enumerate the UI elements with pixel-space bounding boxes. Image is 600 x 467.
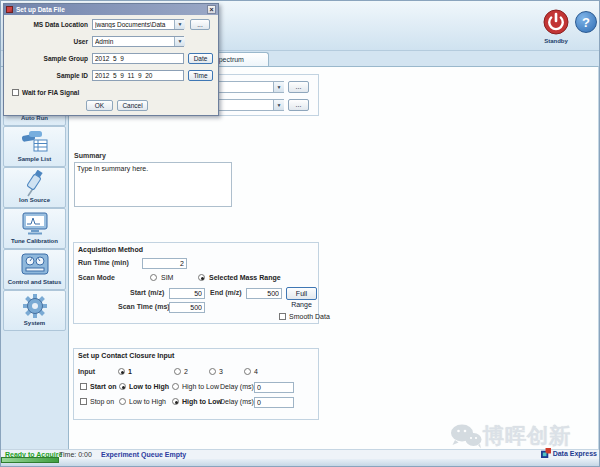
sidebar-item-ion-source[interactable]: Ion Source <box>3 167 66 208</box>
brand-data-express: Data Express <box>541 448 597 459</box>
start-mz-field[interactable] <box>169 288 205 299</box>
chevron-down-icon[interactable]: ▼ <box>273 82 284 92</box>
ion-source-icon <box>4 168 65 197</box>
question-mark-icon: ? <box>582 15 590 30</box>
summary-label: Summary <box>74 152 106 159</box>
stop-low-to-high-radio[interactable] <box>119 398 126 405</box>
acquisition-method-title: Acquisition Method <box>78 246 143 253</box>
dialog-title-bar[interactable]: Set up Data File × <box>4 4 218 15</box>
start-delay-field[interactable] <box>254 382 294 393</box>
start-low-to-high-label: Low to High <box>129 383 169 390</box>
acquisition-method-groupbox: Acquisition Method Run Time (min) Scan M… <box>73 242 319 324</box>
scan-time-field[interactable] <box>169 302 205 313</box>
start-low-to-high-radio[interactable] <box>119 383 126 390</box>
browse-data-location-button[interactable]: ... <box>190 19 210 30</box>
sidebar-item-label: Auto Run <box>4 115 65 122</box>
selected-mass-range-label: Selected Mass Range <box>209 274 281 281</box>
stop-on-label: Stop on <box>90 398 114 405</box>
chevron-down-icon[interactable]: ▼ <box>174 20 185 29</box>
sidebar-item-label: Ion Source <box>4 197 65 204</box>
sidebar-item-label: Control and Status <box>4 279 65 286</box>
end-mz-label: End (m/z) <box>210 289 242 296</box>
time-value: 0:00 <box>78 451 92 458</box>
summary-textarea[interactable]: Type in summary here. <box>74 162 232 207</box>
start-delay-label: Delay (ms) <box>220 383 254 390</box>
scan-time-label: Scan Time (ms) <box>118 303 170 310</box>
browse-button-1[interactable]: ... <box>288 81 309 93</box>
set-up-data-file-dialog: Set up Data File × MS Data Location ▼ ..… <box>3 3 219 116</box>
dialog-app-icon <box>6 6 13 13</box>
chevron-down-icon[interactable]: ▼ <box>174 37 185 46</box>
stop-high-to-low-radio[interactable] <box>172 398 179 405</box>
sidebar-item-sample-list[interactable]: Sample List <box>3 126 66 167</box>
start-on-checkbox[interactable] <box>80 383 87 390</box>
tune-calibration-icon <box>4 209 65 238</box>
ms-data-location-label: MS Data Location <box>4 21 88 28</box>
sidebar-nav: Auto Run Sample List Ion Source <box>1 66 69 449</box>
run-time-field[interactable] <box>142 258 187 269</box>
input-3-radio[interactable] <box>209 368 216 375</box>
sample-group-label: Sample Group <box>4 55 88 62</box>
data-express-logo-icon <box>541 448 551 458</box>
wait-for-fia-label: Wait for FIA Signal <box>22 89 79 96</box>
sidebar-item-label: Sample List <box>4 156 65 163</box>
start-high-to-low-label: High to Low <box>182 383 219 390</box>
start-on-label: Start on <box>90 383 116 390</box>
standby-button[interactable]: Standby <box>539 9 573 47</box>
sidebar-item-label: Tune Calibration <box>4 238 65 245</box>
input-label: Input <box>78 368 95 375</box>
end-mz-field[interactable] <box>246 288 282 299</box>
bottom-strip <box>1 459 600 467</box>
time-label: Time: <box>59 451 76 458</box>
system-gear-icon <box>4 291 65 320</box>
sidebar-item-system[interactable]: System <box>3 290 66 331</box>
smooth-data-label: Smooth Data <box>289 313 330 320</box>
start-high-to-low-radio[interactable] <box>172 383 179 390</box>
input-1-radio[interactable] <box>118 368 125 375</box>
control-and-status-icon <box>4 250 65 279</box>
contact-closure-groupbox: Set up Contact Closure Input Input 1 2 3… <box>73 348 319 420</box>
sample-id-field[interactable] <box>92 70 184 81</box>
input-2-radio[interactable] <box>174 368 181 375</box>
full-range-button[interactable]: Full Range <box>286 287 317 300</box>
smooth-data-checkbox[interactable] <box>279 313 286 320</box>
stop-delay-field[interactable] <box>254 397 294 408</box>
help-button[interactable]: ? <box>575 11 597 33</box>
user-label: User <box>4 38 88 45</box>
status-bar: Ready to Acquire Time: 0:00 Experiment Q… <box>1 449 600 459</box>
sample-id-label: Sample ID <box>4 72 88 79</box>
dialog-title: Set up Data File <box>16 6 65 13</box>
stop-on-checkbox[interactable] <box>80 398 87 405</box>
power-icon <box>543 21 569 38</box>
input-4-label: 4 <box>254 368 258 375</box>
progress-green-bar <box>1 457 59 463</box>
brand-label: Data Express <box>553 450 597 457</box>
start-mz-label: Start (m/z) <box>130 289 164 296</box>
sidebar-item-tune-calibration[interactable]: Tune Calibration <box>3 208 66 249</box>
contact-closure-title: Set up Contact Closure Input <box>78 352 174 359</box>
auto-run-page: ▼ ... ▼ ... Summary Type in summary here… <box>69 66 599 449</box>
scan-mode-label: Scan Mode <box>78 274 115 281</box>
input-4-radio[interactable] <box>244 368 251 375</box>
date-button[interactable]: Date <box>188 53 213 64</box>
standby-label: Standby <box>539 38 573 44</box>
browse-button-2[interactable]: ... <box>288 99 309 111</box>
sidebar-item-control-and-status[interactable]: Control and Status <box>3 249 66 290</box>
stop-delay-label: Delay (ms) <box>220 398 254 405</box>
input-2-label: 2 <box>184 368 188 375</box>
cancel-button[interactable]: Cancel <box>117 100 148 111</box>
time-button[interactable]: Time <box>188 70 213 81</box>
ok-button[interactable]: OK <box>86 100 113 111</box>
input-3-label: 3 <box>219 368 223 375</box>
wait-for-fia-checkbox[interactable] <box>12 89 19 96</box>
sample-group-field[interactable] <box>92 53 184 64</box>
user-combo[interactable] <box>92 36 184 47</box>
sim-radio-label: SIM <box>161 274 173 281</box>
selected-mass-range-radio[interactable] <box>198 274 205 281</box>
close-icon[interactable]: × <box>207 5 216 14</box>
sidebar-item-label: System <box>4 320 65 327</box>
chevron-down-icon[interactable]: ▼ <box>273 100 284 110</box>
ms-data-location-combo[interactable] <box>92 19 184 30</box>
input-1-label: 1 <box>128 368 132 375</box>
sim-radio[interactable] <box>150 274 157 281</box>
